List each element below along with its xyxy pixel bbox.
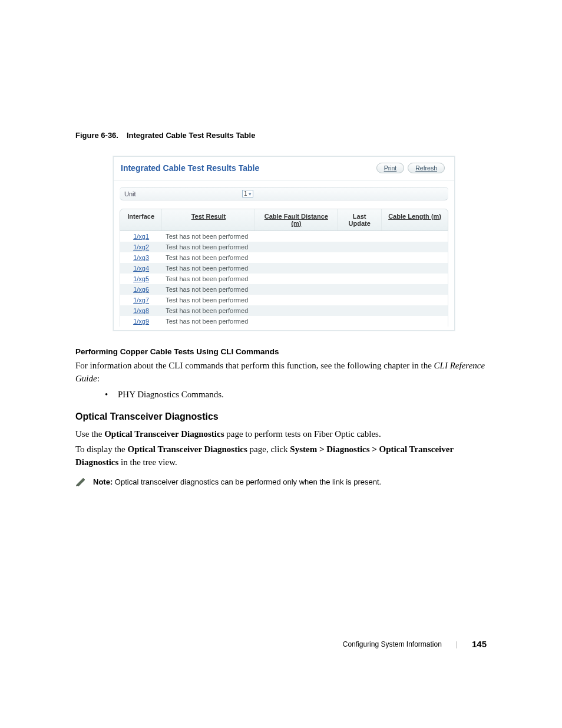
update-cell [338, 284, 382, 295]
distance-cell [255, 231, 338, 242]
panel-title: Integrated Cable Test Results Table [121, 163, 376, 173]
section-optical: Optical Transceiver Diagnostics [75, 411, 487, 422]
interface-link[interactable]: 1/xg4 [120, 263, 162, 274]
figure-title: Integrated Cable Test Results Table [127, 131, 255, 140]
length-cell [382, 263, 448, 274]
footer-divider: | [456, 640, 458, 648]
distance-cell [255, 274, 338, 284]
result-cell: Test has not been performed [162, 231, 255, 242]
page-footer: Configuring System Information | 145 [343, 639, 487, 649]
interface-link[interactable]: 1/xg3 [120, 252, 162, 263]
results-table: Interface Test Result Cable Fault Distan… [120, 209, 448, 327]
distance-cell [255, 305, 338, 316]
length-cell [382, 284, 448, 295]
table-row: 1/xg2Test has not been performed [120, 242, 448, 252]
result-cell: Test has not been performed [162, 263, 255, 274]
distance-cell [255, 263, 338, 274]
interface-link[interactable]: 1/xg1 [120, 231, 162, 242]
note-icon [75, 477, 86, 486]
refresh-button[interactable]: Refresh [408, 163, 445, 173]
length-cell [382, 242, 448, 252]
update-cell [338, 295, 382, 305]
length-cell [382, 295, 448, 305]
update-cell [338, 252, 382, 263]
list-item: • PHY Diagnostics Commands. [105, 388, 487, 401]
update-cell [338, 242, 382, 252]
col-interface: Interface [120, 209, 162, 230]
footer-section: Configuring System Information [343, 640, 442, 648]
figure-label: Figure 6-36. [75, 131, 118, 140]
update-cell [338, 305, 382, 316]
interface-link[interactable]: 1/xg6 [120, 284, 162, 295]
distance-cell [255, 242, 338, 252]
page-number: 145 [472, 639, 487, 649]
length-cell [382, 252, 448, 263]
note-body: Optical transceiver diagnostics can be p… [113, 477, 381, 486]
interface-link[interactable]: 1/xg5 [120, 274, 162, 284]
screenshot-panel: Integrated Cable Test Results Table Prin… [113, 156, 455, 331]
unit-select[interactable]: 1 ▾ [242, 190, 253, 197]
note-text: Note: Optical transceiver diagnostics ca… [93, 477, 381, 487]
result-cell: Test has not been performed [162, 252, 255, 263]
bullet-text: PHY Diagnostics Commands. [118, 388, 224, 401]
update-cell [338, 231, 382, 242]
distance-cell [255, 284, 338, 295]
length-cell [382, 274, 448, 284]
result-cell: Test has not been performed [162, 242, 255, 252]
paragraph-optical-2: To display the Optical Transceiver Diagn… [75, 443, 487, 469]
col-result: Test Result [162, 209, 255, 230]
print-button[interactable]: Print [376, 163, 405, 173]
result-cell: Test has not been performed [162, 316, 255, 327]
bullet-icon: • [105, 388, 118, 401]
note-label: Note: [93, 477, 113, 486]
table-row: 1/xg9Test has not been performed [120, 316, 448, 327]
table-header: Interface Test Result Cable Fault Distan… [120, 209, 448, 231]
paragraph-cli: For information about the CLI commands t… [75, 360, 487, 386]
distance-cell [255, 316, 338, 327]
table-row: 1/xg3Test has not been performed [120, 252, 448, 263]
update-cell [338, 263, 382, 274]
interface-link[interactable]: 1/xg2 [120, 242, 162, 252]
col-update: Last Update [338, 209, 382, 230]
table-row: 1/xg5Test has not been performed [120, 274, 448, 284]
distance-cell [255, 252, 338, 263]
result-cell: Test has not been performed [162, 274, 255, 284]
table-row: 1/xg6Test has not been performed [120, 284, 448, 295]
table-row: 1/xg4Test has not been performed [120, 263, 448, 274]
length-cell [382, 231, 448, 242]
col-distance: Cable Fault Distance (m) [255, 209, 338, 230]
update-cell [338, 316, 382, 327]
length-cell [382, 305, 448, 316]
figure-caption: Figure 6-36.Integrated Cable Test Result… [75, 131, 487, 140]
unit-label: Unit [124, 190, 242, 197]
unit-bar: Unit 1 ▾ [120, 187, 448, 200]
unit-value: 1 [244, 190, 247, 197]
table-row: 1/xg1Test has not been performed [120, 231, 448, 242]
interface-link[interactable]: 1/xg7 [120, 295, 162, 305]
chevron-down-icon: ▾ [249, 191, 252, 197]
col-length: Cable Length (m) [382, 209, 448, 230]
length-cell [382, 316, 448, 327]
bullet-list: • PHY Diagnostics Commands. [75, 388, 487, 401]
result-cell: Test has not been performed [162, 284, 255, 295]
interface-link[interactable]: 1/xg8 [120, 305, 162, 316]
note: Note: Optical transceiver diagnostics ca… [75, 477, 487, 487]
table-row: 1/xg8Test has not been performed [120, 305, 448, 316]
subheading-cli: Performing Copper Cable Tests Using CLI … [75, 347, 487, 356]
update-cell [338, 274, 382, 284]
panel-header: Integrated Cable Test Results Table Prin… [114, 157, 454, 181]
result-cell: Test has not been performed [162, 305, 255, 316]
table-row: 1/xg7Test has not been performed [120, 295, 448, 305]
result-cell: Test has not been performed [162, 295, 255, 305]
paragraph-optical-1: Use the Optical Transceiver Diagnostics … [75, 428, 487, 441]
interface-link[interactable]: 1/xg9 [120, 316, 162, 327]
distance-cell [255, 295, 338, 305]
